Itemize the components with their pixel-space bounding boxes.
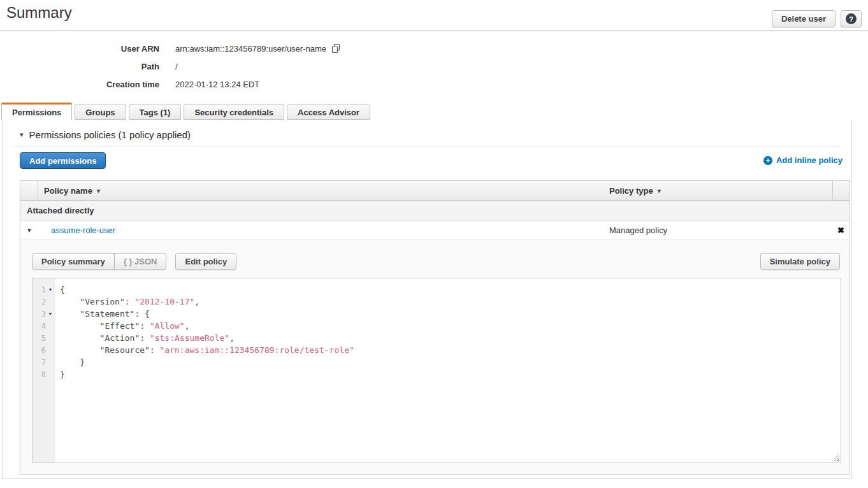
policy-table-header: Policy name ▾ Policy type ▾	[20, 181, 850, 201]
tab-tags-1[interactable]: Tags (1)	[129, 104, 182, 120]
user-arn-value-wrap: arn:aws:iam::123456789:user/user-name	[159, 43, 341, 54]
user-arn-value: arn:aws:iam::123456789:user/user-name	[175, 44, 326, 54]
gutter-line: 6	[33, 344, 55, 356]
sort-caret-icon: ▾	[658, 187, 661, 194]
gutter-line: 8	[33, 368, 55, 380]
permissions-policies-section-header[interactable]: ▾ Permissions policies (1 policy applied…	[20, 129, 191, 140]
policy-table: Policy name ▾ Policy type ▾ Attached dir…	[20, 180, 850, 475]
copy-icon[interactable]	[331, 43, 341, 54]
action-column-header	[832, 181, 850, 200]
policy-type-header-label: Policy type	[609, 186, 653, 196]
code-line: "Effect": "Allow",	[60, 320, 841, 332]
policy-name-cell: assume-role-user	[38, 226, 604, 235]
code-line: "Version": "2012-10-17",	[60, 296, 841, 308]
meta-row-path: Path /	[0, 57, 341, 75]
row-expand-caret-icon: ▾	[27, 226, 31, 234]
code-line: "Resource": "arn:aws:iam::123456789:role…	[60, 344, 841, 356]
code-line: {	[60, 283, 841, 296]
attached-directly-group-row: Attached directly	[20, 201, 850, 221]
add-inline-policy-label: Add inline policy	[776, 155, 843, 165]
user-arn-label: User ARN	[0, 44, 159, 54]
fold-caret-icon[interactable]: ▾	[46, 287, 55, 292]
add-permissions-button[interactable]: Add permissions	[20, 152, 106, 169]
policy-type-cell: Managed policy	[604, 226, 832, 235]
tab-bar: PermissionsGroupsTags (1)Security creden…	[1, 103, 370, 120]
add-inline-policy-link[interactable]: + Add inline policy	[763, 155, 843, 165]
gutter-line: 4	[33, 320, 55, 332]
policy-name-column-header[interactable]: Policy name ▾	[38, 181, 604, 200]
user-meta: User ARN arn:aws:iam::123456789:user/use…	[0, 39, 341, 93]
simulate-policy-button[interactable]: Simulate policy	[760, 253, 840, 270]
gutter-line: 5	[33, 332, 55, 344]
policy-type-column-header[interactable]: Policy type ▾	[604, 181, 832, 200]
json-view-button[interactable]: { } JSON	[114, 253, 167, 270]
creation-time-label: Creation time	[0, 80, 159, 89]
gutter-line: 7	[33, 356, 55, 368]
row-expand-toggle[interactable]: ▾	[20, 226, 38, 234]
path-value: /	[159, 62, 178, 71]
detach-policy-x-icon[interactable]: ✖	[837, 226, 844, 235]
gutter-line: 3▾	[33, 308, 55, 320]
delete-user-button[interactable]: Delete user	[772, 10, 835, 27]
path-label: Path	[0, 62, 159, 71]
sort-caret-icon: ▾	[97, 187, 100, 194]
section-collapse-caret-icon: ▾	[20, 131, 24, 138]
tab-permissions[interactable]: Permissions	[1, 103, 72, 120]
meta-row-arn: User ARN arn:aws:iam::123456789:user/use…	[0, 39, 341, 57]
expand-column-header	[20, 181, 38, 200]
section-title: Permissions policies (1 policy applied)	[29, 129, 191, 140]
view-segmented-control: Policy summary { } JSON	[32, 253, 166, 270]
section-divider	[13, 147, 841, 147]
policy-name-header-label: Policy name	[44, 186, 92, 196]
code-line: }	[60, 356, 841, 368]
iam-user-summary-page: Summary Delete user ? User ARN arn:aws:i…	[0, 0, 868, 488]
group-row-label: Attached directly	[27, 206, 94, 215]
fold-caret-icon[interactable]: ▾	[46, 312, 55, 317]
json-policy-editor: 1▾23▾45678 { "Version": "2012-10-17", "S…	[32, 278, 841, 463]
code-line: "Statement": {	[60, 308, 841, 320]
gutter-line: 2	[33, 296, 55, 308]
help-button[interactable]: ?	[841, 10, 862, 27]
editor-gutter: 1▾23▾45678	[33, 278, 55, 463]
code-line: }	[60, 368, 841, 380]
policy-summary-button[interactable]: Policy summary	[32, 253, 115, 270]
header-divider	[0, 31, 868, 31]
plus-circle-icon: +	[763, 156, 772, 165]
permissions-tab-panel: ▾ Permissions policies (1 policy applied…	[2, 120, 852, 479]
tab-access-advisor[interactable]: Access Advisor	[287, 104, 370, 120]
edit-policy-button[interactable]: Edit policy	[175, 253, 236, 270]
tab-security-credentials[interactable]: Security credentials	[184, 104, 284, 120]
meta-row-creation-time: Creation time 2022-01-12 13:24 EDT	[0, 75, 341, 93]
help-icon: ?	[846, 13, 857, 24]
code-line: "Action": "sts:AssumeRole",	[60, 332, 841, 344]
policy-detail-expanded-area: Policy summary { } JSON Edit policy Simu…	[20, 240, 850, 474]
gutter-line: 1▾	[33, 283, 55, 296]
policy-action-cell: ✖	[832, 226, 850, 235]
creation-time-value: 2022-01-12 13:24 EDT	[159, 80, 259, 89]
policy-name-link[interactable]: assume-role-user	[51, 226, 115, 235]
tab-groups[interactable]: Groups	[75, 104, 126, 120]
topbar-actions: Delete user ?	[772, 10, 862, 27]
page-title: Summary	[6, 4, 72, 22]
editor-code[interactable]: { "Version": "2012-10-17", "Statement": …	[55, 278, 841, 463]
policy-row-assume-role-user: ▾ assume-role-user Managed policy ✖	[20, 221, 850, 240]
policy-detail-toolbar: Policy summary { } JSON Edit policy Simu…	[20, 240, 850, 270]
